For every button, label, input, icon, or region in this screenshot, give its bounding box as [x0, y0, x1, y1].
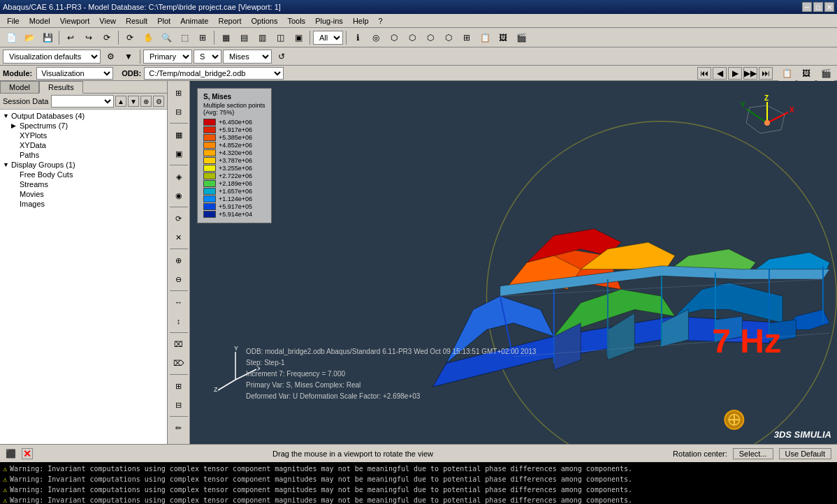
vtb-btn8[interactable]: ✕: [169, 228, 189, 246]
fit-btn[interactable]: ⊞: [194, 30, 211, 45]
menu-options[interactable]: Options: [247, 16, 282, 26]
menu-view[interactable]: View: [95, 16, 120, 26]
menu-plot[interactable]: Plot: [153, 16, 175, 26]
menu-viewport[interactable]: Viewport: [56, 16, 94, 26]
anim-extra2[interactable]: 🖼: [798, 66, 815, 81]
tree-display-groups[interactable]: ▼ Display Groups (1): [1, 160, 166, 170]
step-dropdown[interactable]: S: [194, 50, 221, 64]
vtb-btn2[interactable]: ⊟: [169, 103, 189, 121]
menu-model[interactable]: Model: [25, 16, 54, 26]
tool6[interactable]: ▤: [235, 30, 252, 45]
anim-extra3[interactable]: 🎬: [817, 66, 834, 81]
viewport[interactable]: S, Mises Multiple section points (Avg: 7…: [190, 81, 837, 444]
menu-file[interactable]: File: [3, 16, 24, 26]
menu-tools[interactable]: Tools: [283, 16, 310, 26]
fwd-btn[interactable]: ↪: [80, 30, 97, 45]
session-btn1[interactable]: ▲: [115, 96, 126, 107]
x-btn[interactable]: ✕: [22, 448, 33, 459]
tool17[interactable]: 📋: [476, 30, 493, 45]
vtb-btn3[interactable]: ▦: [169, 126, 189, 144]
vtb-btn12[interactable]: ↕: [169, 312, 189, 330]
vtb-btn16[interactable]: ⊟: [169, 396, 189, 414]
menu-plugins[interactable]: Plug-ins: [311, 16, 347, 26]
vtb-btn10[interactable]: ⊖: [169, 270, 189, 288]
odb-select[interactable]: C:/Temp/modal_bridge2.odb: [144, 67, 284, 80]
tree-xyplots[interactable]: XYPlots: [10, 131, 166, 140]
expand-spectrums[interactable]: ▶: [11, 122, 18, 129]
tree-output-db[interactable]: ▼ Output Databases (4): [1, 111, 166, 121]
tool16[interactable]: ⊞: [458, 30, 475, 45]
zoom-box-btn[interactable]: ⬚: [176, 30, 193, 45]
close-button[interactable]: ✕: [824, 2, 834, 12]
session-btn4[interactable]: ⚙: [153, 96, 164, 107]
visualization-defaults-dropdown[interactable]: Visualization defaults: [3, 50, 101, 64]
menu-help[interactable]: Help: [349, 16, 373, 26]
save-btn[interactable]: 💾: [39, 30, 56, 45]
tool11[interactable]: ◎: [367, 30, 384, 45]
module-select[interactable]: Visualization: [36, 67, 113, 80]
session-dropdown[interactable]: [51, 95, 114, 108]
menu-animate[interactable]: Animate: [176, 16, 212, 26]
vtb-btn15[interactable]: ⊞: [169, 377, 189, 395]
tree-images[interactable]: Images: [10, 199, 166, 209]
tab-results[interactable]: Results: [39, 81, 83, 94]
minimize-button[interactable]: ─: [802, 2, 812, 12]
vtb-btn7[interactable]: ⟳: [169, 209, 189, 228]
tree-paths[interactable]: Paths: [10, 150, 166, 160]
tree-streams[interactable]: Streams: [10, 179, 166, 189]
use-default-button[interactable]: Use Default: [779, 448, 831, 459]
vtb-btn14[interactable]: ⌦: [169, 354, 189, 372]
vis-btn1[interactable]: ⚙: [102, 49, 119, 64]
vtb-btn1[interactable]: ⊞: [169, 84, 189, 102]
zoom-btn[interactable]: 🔍: [158, 30, 175, 45]
window-controls[interactable]: ─ □ ✕: [802, 2, 834, 12]
tree-spectrums[interactable]: ▶ Spectrums (7): [10, 121, 166, 131]
expand-display-groups[interactable]: ▼: [3, 161, 10, 168]
tree-xydata[interactable]: XYData: [10, 140, 166, 150]
back-btn[interactable]: ↩: [62, 30, 79, 45]
tool15[interactable]: ⬡: [440, 30, 457, 45]
vtb-btn4[interactable]: ▣: [169, 144, 189, 163]
anim-prev[interactable]: ◀: [713, 67, 727, 80]
tree-free-body-cuts[interactable]: Free Body Cuts: [10, 170, 166, 179]
vtb-btn9[interactable]: ⊕: [169, 251, 189, 269]
vis-btn2[interactable]: ▼: [120, 49, 137, 64]
home-btn[interactable]: ⟳: [99, 30, 115, 45]
tool13[interactable]: ⬡: [404, 30, 421, 45]
mises-dropdown[interactable]: Mises: [223, 50, 272, 64]
tool5[interactable]: ▦: [217, 30, 234, 45]
anim-first[interactable]: ⏮: [697, 67, 711, 80]
open-btn[interactable]: 📂: [21, 30, 38, 45]
primary-dropdown[interactable]: Primary: [143, 50, 192, 64]
anim-extra1[interactable]: 📋: [778, 66, 795, 81]
apply-btn[interactable]: ↺: [273, 49, 290, 64]
select-button[interactable]: Select...: [733, 448, 773, 459]
tree-movies[interactable]: Movies: [10, 189, 166, 199]
vtb-btn11[interactable]: ↔: [169, 293, 189, 311]
tool19[interactable]: 🎬: [513, 30, 530, 45]
vtb-btn5[interactable]: ◈: [169, 168, 189, 186]
expand-output-db[interactable]: ▼: [3, 112, 10, 119]
rotate-btn[interactable]: ⟳: [122, 30, 138, 45]
tool10[interactable]: ℹ: [349, 30, 366, 45]
stop-icon[interactable]: ⬛: [6, 449, 16, 459]
anim-play[interactable]: ▶: [728, 67, 742, 80]
menu-report[interactable]: Report: [214, 16, 245, 26]
all-dropdown[interactable]: All: [313, 31, 343, 45]
pan-btn[interactable]: ✋: [140, 30, 157, 45]
menu-question[interactable]: ?: [374, 16, 387, 26]
menu-result[interactable]: Result: [122, 16, 152, 26]
tool8[interactable]: ◫: [272, 30, 289, 45]
new-btn[interactable]: 📄: [3, 30, 20, 45]
maximize-button[interactable]: □: [813, 2, 823, 12]
anim-next[interactable]: ▶▶: [743, 67, 757, 80]
vtb-btn6[interactable]: ◉: [169, 186, 189, 205]
vtb-btn13[interactable]: ⌧: [169, 335, 189, 353]
tool12[interactable]: ⬡: [386, 30, 402, 45]
tool7[interactable]: ▥: [254, 30, 270, 45]
anim-last[interactable]: ⏭: [759, 67, 773, 80]
session-btn3[interactable]: ⊕: [140, 96, 152, 107]
tab-model[interactable]: Model: [0, 81, 39, 93]
tool9[interactable]: ▣: [290, 30, 307, 45]
tool18[interactable]: 🖼: [495, 30, 511, 45]
